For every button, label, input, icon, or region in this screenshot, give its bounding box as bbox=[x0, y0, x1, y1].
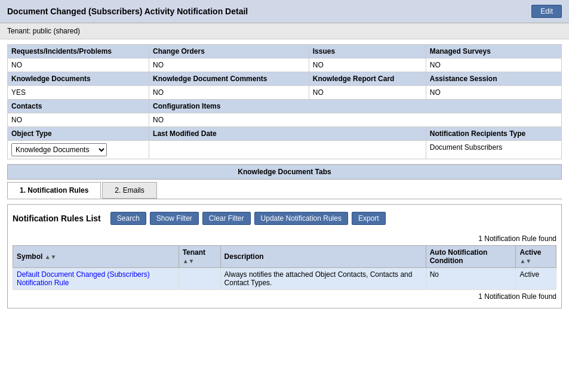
object-type-values-row: Knowledge Documents Document Subscribers bbox=[8, 141, 562, 159]
last-modified-value bbox=[149, 141, 426, 159]
notification-recipients-label: Notification Recipients Type bbox=[426, 127, 561, 141]
toolbar-title: Notification Rules List bbox=[13, 214, 101, 223]
col-active: Active ▲▼ bbox=[516, 246, 556, 268]
knowledge-report-card-value: NO bbox=[309, 86, 426, 100]
col-description-label: Description bbox=[224, 252, 264, 261]
info-row-labels-1: Requests/Incidents/Problems Change Order… bbox=[8, 45, 562, 58]
object-type-row: Object Type Last Modified Date Notificat… bbox=[8, 127, 562, 141]
col-auto-notification-label: Auto Notification Condition bbox=[430, 248, 488, 265]
tab-emails[interactable]: 2. Emails bbox=[102, 182, 156, 199]
found-count-bottom: 1 Notification Rule found bbox=[13, 290, 556, 303]
tenant-value: public (shared) bbox=[33, 27, 80, 35]
tenant-bar: Tenant: public (shared) bbox=[0, 23, 569, 39]
issues-value: NO bbox=[309, 58, 426, 72]
col-active-label: Active bbox=[519, 248, 541, 257]
toolbar: Notification Rules List Search Show Filt… bbox=[13, 209, 556, 227]
configuration-items-label: Configuration Items bbox=[149, 100, 562, 113]
info-row-labels-3: Contacts Configuration Items bbox=[8, 100, 562, 113]
issues-label: Issues bbox=[309, 45, 426, 58]
contacts-label: Contacts bbox=[8, 100, 149, 113]
row-symbol-cell: Default Document Changed (Subscribers) N… bbox=[13, 268, 179, 290]
assistance-session-label: Assistance Session bbox=[426, 72, 561, 86]
symbol-link[interactable]: Default Document Changed (Subscribers) N… bbox=[17, 270, 150, 287]
section-header: Knowledge Document Tabs bbox=[7, 164, 562, 180]
tab-notification-rules[interactable]: 1. Notification Rules bbox=[7, 182, 101, 199]
knowledge-documents-label: Knowledge Documents bbox=[8, 72, 149, 86]
info-grid: Requests/Incidents/Problems Change Order… bbox=[7, 44, 562, 159]
edit-button[interactable]: Edit bbox=[531, 5, 562, 18]
knowledge-doc-comments-value: NO bbox=[149, 86, 309, 100]
table-row: Default Document Changed (Subscribers) N… bbox=[13, 268, 556, 290]
object-type-cell: Knowledge Documents bbox=[8, 141, 149, 159]
assistance-session-value: NO bbox=[426, 86, 561, 100]
table-header-row: Symbol ▲▼ Tenant ▲▼ Description Auto Not… bbox=[13, 246, 556, 268]
row-auto-notification-cell: No bbox=[426, 268, 516, 290]
notification-recipients-value: Document Subscribers bbox=[426, 141, 561, 159]
search-button[interactable]: Search bbox=[110, 212, 146, 225]
row-active-cell: Active bbox=[516, 268, 556, 290]
row-description-cell: Always notifies the attached Object Cont… bbox=[220, 268, 426, 290]
managed-surveys-value: NO bbox=[426, 58, 561, 72]
object-type-label: Object Type bbox=[8, 127, 149, 141]
info-row-values-3: NO NO bbox=[8, 113, 562, 127]
change-orders-value: NO bbox=[149, 58, 309, 72]
col-tenant: Tenant ▲▼ bbox=[179, 246, 220, 268]
tab-panel-notification-rules: Notification Rules List Search Show Filt… bbox=[7, 204, 562, 308]
notification-rules-table: Symbol ▲▼ Tenant ▲▼ Description Auto Not… bbox=[13, 245, 556, 290]
knowledge-documents-value: YES bbox=[8, 86, 149, 100]
contacts-value: NO bbox=[8, 113, 149, 127]
requests-incidents-label: Requests/Incidents/Problems bbox=[8, 45, 149, 58]
page-title: Document Changed (Subscribers) Activity … bbox=[7, 7, 248, 16]
active-sort-icon[interactable]: ▲▼ bbox=[519, 258, 531, 264]
symbol-sort-icon[interactable]: ▲▼ bbox=[45, 254, 57, 260]
tenant-sort-icon[interactable]: ▲▼ bbox=[183, 258, 195, 264]
col-auto-notification: Auto Notification Condition bbox=[426, 246, 516, 268]
page-header: Document Changed (Subscribers) Activity … bbox=[0, 0, 569, 23]
row-tenant-cell bbox=[179, 268, 220, 290]
config-items-value: NO bbox=[149, 113, 562, 127]
main-content: Requests/Incidents/Problems Change Order… bbox=[0, 39, 569, 313]
col-symbol-label: Symbol bbox=[17, 252, 42, 261]
col-symbol: Symbol ▲▼ bbox=[13, 246, 179, 268]
tabs-container: 1. Notification Rules 2. Emails bbox=[7, 182, 562, 199]
clear-filter-button[interactable]: Clear Filter bbox=[202, 212, 251, 225]
col-description: Description bbox=[220, 246, 426, 268]
info-row-values-2: YES NO NO NO bbox=[8, 86, 562, 100]
found-count-top: 1 Notification Rule found bbox=[13, 232, 556, 245]
col-tenant-label: Tenant bbox=[183, 248, 205, 257]
export-button[interactable]: Export bbox=[352, 212, 386, 225]
knowledge-report-card-label: Knowledge Report Card bbox=[309, 72, 426, 86]
update-notification-rules-button[interactable]: Update Notification Rules bbox=[254, 212, 348, 225]
managed-surveys-label: Managed Surveys bbox=[426, 45, 561, 58]
object-type-select[interactable]: Knowledge Documents bbox=[11, 143, 107, 156]
requests-value: NO bbox=[8, 58, 149, 72]
last-modified-label: Last Modified Date bbox=[149, 127, 426, 141]
info-row-labels-2: Knowledge Documents Knowledge Document C… bbox=[8, 72, 562, 86]
knowledge-doc-comments-label: Knowledge Document Comments bbox=[149, 72, 309, 86]
info-row-values-1: NO NO NO NO bbox=[8, 58, 562, 72]
change-orders-label: Change Orders bbox=[149, 45, 309, 58]
show-filter-button[interactable]: Show Filter bbox=[150, 212, 199, 225]
tenant-label: Tenant: bbox=[7, 27, 30, 35]
